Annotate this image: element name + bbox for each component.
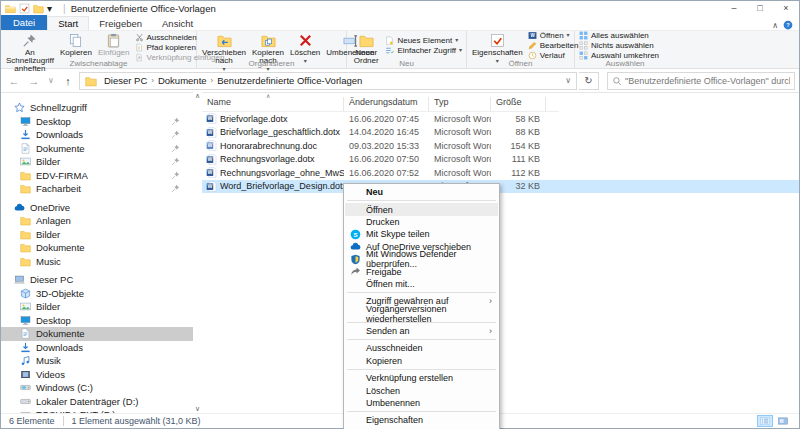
- menu-item-verknüpfung-erstellen[interactable]: Verknüpfung erstellen: [345, 372, 498, 384]
- menu-item-drucken[interactable]: Drucken: [345, 216, 498, 228]
- thumbnails-view-button[interactable]: [775, 415, 791, 427]
- help-icon[interactable]: ?: [783, 20, 793, 30]
- menu-item-löschen[interactable]: Löschen: [345, 384, 498, 396]
- download-icon: [20, 342, 31, 353]
- sidebar-item-downloads[interactable]: Downloads: [1, 128, 193, 142]
- sidebar-item-downloads[interactable]: Downloads: [1, 341, 193, 355]
- qat-customize-chevron-icon[interactable]: ▾: [47, 3, 58, 14]
- svg-text:W: W: [207, 129, 212, 135]
- scroll-up-icon[interactable]: ∧: [193, 92, 202, 100]
- column-header-typ[interactable]: Typ: [429, 97, 491, 111]
- file-row[interactable]: WRechnungsvorlage.dotx16.06.2020 07:50Mi…: [202, 153, 799, 167]
- properties-qat-icon[interactable]: [19, 3, 30, 14]
- sidebar-section-onedrive[interactable]: OneDrive: [1, 201, 193, 215]
- maximize-button[interactable]: □: [747, 1, 773, 16]
- refresh-button[interactable]: ↻: [579, 72, 599, 90]
- sidebar-item-desktop[interactable]: Desktop: [1, 314, 193, 328]
- sidebar-item-windows-c-[interactable]: Windows (C:): [1, 381, 193, 395]
- menu-item-öffnen[interactable]: Öffnen: [345, 203, 498, 215]
- file-row[interactable]: WHonorarabrechnung.doc09.03.2020 15:33Mi…: [202, 139, 799, 153]
- collapse-ribbon-icon[interactable]: ∧: [772, 21, 778, 30]
- menu-item-ausschneiden[interactable]: Ausschneiden: [345, 342, 498, 354]
- shield-icon: [350, 254, 361, 265]
- file-row[interactable]: WRechnungsvorlage_ohne_MwSt.dotx16.06.20…: [202, 166, 799, 180]
- breadcrumb-segment[interactable]: Benutzerdefinierte Office-Vorlagen: [213, 75, 366, 86]
- search-input[interactable]: [625, 76, 790, 86]
- move-to-button[interactable]: Verschieben nach: [199, 32, 249, 59]
- details-view-button[interactable]: [757, 415, 773, 427]
- sidebar-item-edv-firma[interactable]: EDV-FIRMA: [1, 169, 193, 183]
- address-dropdown-chevron-icon[interactable]: ∨: [562, 76, 574, 85]
- pin-to-quick-access-button[interactable]: An Schnellzugriff anheften: [3, 32, 57, 59]
- tab-ansicht[interactable]: Ansicht: [152, 17, 203, 30]
- column-header-name[interactable]: Name: [202, 97, 344, 111]
- copy-to-button[interactable]: Kopieren nach: [249, 32, 287, 59]
- breadcrumb-segment[interactable]: Dokumente: [154, 75, 211, 86]
- sidebar-item-lokaler-datentr-ger-d-[interactable]: Lokaler Datenträger (D:): [1, 395, 193, 409]
- menu-item-senden-an[interactable]: Senden an›: [345, 325, 498, 337]
- sidebar-item-facharbeit[interactable]: Facharbeit: [1, 182, 193, 196]
- breadcrumb-segment[interactable]: Dieser PC: [100, 75, 151, 86]
- picture-icon: [20, 301, 31, 312]
- recent-locations-chevron-icon[interactable]: ∨: [45, 76, 57, 85]
- easy-access-button[interactable]: Einfacher Zugriff: [385, 46, 462, 55]
- sidebar-scrollbar[interactable]: ∧ ∨: [193, 92, 202, 413]
- select-none-button[interactable]: Nichts auswählen: [579, 41, 659, 50]
- file-row[interactable]: WBriefvorlage.dotx16.06.2020 07:45Micros…: [202, 112, 799, 126]
- new-folder-button[interactable]: Neuer Ordner: [349, 32, 383, 59]
- back-button[interactable]: ←: [5, 75, 23, 87]
- sidebar-item-bilder[interactable]: Bilder: [1, 155, 193, 169]
- sidebar-item-bilder[interactable]: Bilder: [1, 228, 193, 242]
- paste-button[interactable]: Einfügen: [95, 32, 133, 59]
- menu-item-umbenennen[interactable]: Umbenennen: [345, 397, 498, 409]
- scroll-down-icon[interactable]: ∨: [193, 405, 202, 413]
- open-button[interactable]: W Öffnen: [528, 31, 579, 40]
- copy-button[interactable]: Kopieren: [57, 32, 95, 59]
- menu-item-mit-windows-defender-überprüfen[interactable]: Mit Windows Defender überprüfen...: [345, 253, 498, 265]
- delete-button[interactable]: Löschen: [287, 32, 323, 59]
- address-box[interactable]: Dieser PC›Dokumente›Benutzerdefinierte O…: [79, 72, 577, 90]
- new-folder-qat-icon[interactable]: [33, 3, 44, 14]
- select-none-icon: [579, 41, 588, 50]
- column-header--nderungsdatum[interactable]: Änderungsdatum: [344, 97, 429, 111]
- sidebar-item-bilder[interactable]: Bilder: [1, 300, 193, 314]
- edit-button[interactable]: Bearbeiten: [528, 41, 579, 50]
- sidebar-item-3d-objekte[interactable]: 3D-Objekte: [1, 287, 193, 301]
- sidebar-item-dokumente[interactable]: Dokumente: [1, 142, 193, 156]
- new-item-button[interactable]: Neues Element: [385, 36, 462, 45]
- menu-item-mit-skype-teilen[interactable]: SMit Skype teilen: [345, 228, 498, 240]
- file-row[interactable]: WBriefvorlage_geschäftlich.dotx14.04.202…: [202, 126, 799, 140]
- file-row[interactable]: WWord_Briefvorlage_Design.dotx17.10.2020…: [202, 180, 799, 194]
- close-button[interactable]: ×: [773, 1, 799, 16]
- up-button[interactable]: ↑: [59, 75, 77, 87]
- sidebar-section-dieser-pc[interactable]: Dieser PC: [1, 273, 193, 287]
- column-header-gr-e[interactable]: Größe: [491, 97, 546, 111]
- menu-item-eigenschaften[interactable]: Eigenschaften: [345, 414, 498, 426]
- tab-datei[interactable]: Datei: [1, 15, 47, 30]
- file-name-cell: WBriefvorlage.dotx: [202, 113, 344, 124]
- menu-item-vorgängerversionen-wiederherstellen[interactable]: Vorgängerversionen wiederherstellen: [345, 308, 498, 320]
- menu-item-öffnen-mit[interactable]: Öffnen mit...: [345, 278, 498, 290]
- select-all-button[interactable]: Alles auswählen: [579, 31, 659, 40]
- sidebar-item-label: Dokumente: [36, 143, 85, 154]
- forward-button[interactable]: →: [25, 75, 43, 87]
- tab-start[interactable]: Start: [47, 16, 89, 30]
- sidebar-item-musik[interactable]: Musik: [1, 354, 193, 368]
- sidebar-item-dokumente[interactable]: Dokumente: [1, 241, 193, 255]
- sidebar-item-anlagen[interactable]: Anlagen: [1, 214, 193, 228]
- word-icon: W: [528, 31, 537, 40]
- sidebar-section-schnellzugriff[interactable]: Schnellzugriff: [1, 101, 193, 115]
- sidebar-item-videos[interactable]: Videos: [1, 368, 193, 382]
- sidebar-item-music[interactable]: Music: [1, 255, 193, 269]
- tab-freigeben[interactable]: Freigeben: [89, 17, 152, 30]
- sidebar-item-desktop[interactable]: Desktop: [1, 115, 193, 129]
- new-item-icon: [385, 36, 394, 45]
- menu-item-freigabe[interactable]: Freigabe: [345, 265, 498, 277]
- sidebar-item-dokumente[interactable]: Dokumente: [1, 327, 193, 341]
- context-menu: NeuÖffnenDruckenSMit Skype teilenAuf One…: [343, 183, 500, 429]
- properties-button[interactable]: Eigenschaften: [469, 32, 526, 59]
- menu-item-neu[interactable]: Neu: [345, 186, 498, 198]
- drive-win-icon: [20, 382, 31, 393]
- minimize-button[interactable]: –: [721, 1, 747, 16]
- menu-item-kopieren[interactable]: Kopieren: [345, 355, 498, 367]
